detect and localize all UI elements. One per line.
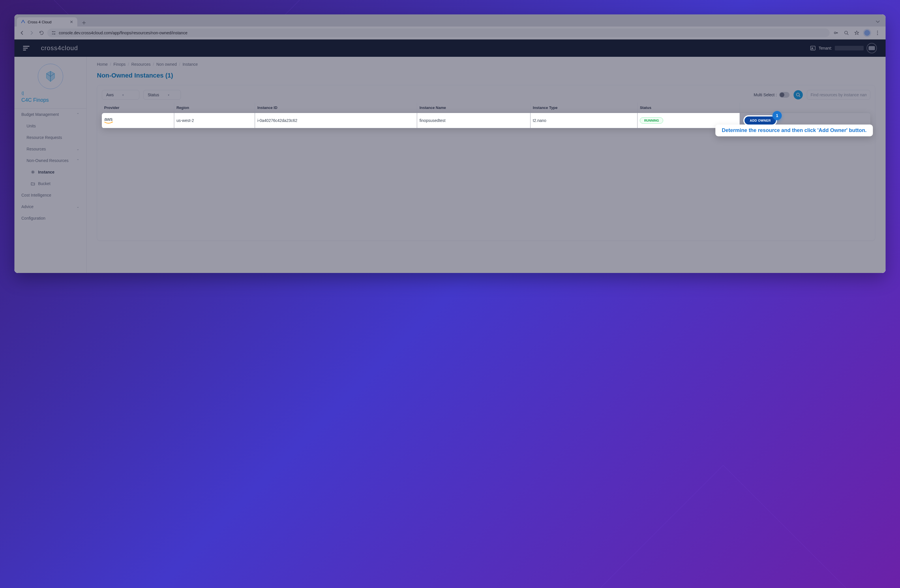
menu-toggle-icon[interactable]: [23, 46, 29, 50]
gear-icon: [31, 170, 35, 174]
svg-point-9: [877, 32, 878, 33]
search-icon: [796, 93, 801, 97]
aws-logo-icon: aws: [104, 117, 113, 124]
filter-select-value: Aws: [106, 93, 114, 97]
app-header: cross4cloud Tenant:: [14, 39, 886, 57]
filter-status-select[interactable]: Status ▾: [143, 90, 181, 100]
chevron-down-icon: ⌄: [76, 147, 79, 151]
table-header: Region: [174, 103, 255, 113]
svg-rect-11: [23, 46, 29, 47]
svg-point-7: [845, 31, 847, 34]
cell-instance-id: i-0a40276c42da23c62: [255, 113, 417, 128]
sidebar-item-advice[interactable]: Advice ⌄: [14, 201, 86, 212]
panel-toolbar: Aws ▾ Status ▾ Multi Select :: [102, 90, 870, 100]
svg-point-10: [877, 34, 878, 35]
svg-rect-1: [54, 31, 55, 32]
filter-provider-select[interactable]: Aws ▾: [102, 90, 139, 100]
forward-button[interactable]: [28, 29, 36, 37]
step-badge: 1: [773, 111, 782, 120]
svg-point-6: [834, 32, 836, 34]
search-input[interactable]: [807, 90, 870, 100]
star-icon[interactable]: [852, 28, 861, 37]
brand-logo: cross4cloud: [41, 44, 78, 52]
multi-select-label: Multi Select :: [754, 93, 777, 97]
svg-rect-13: [23, 50, 26, 50]
cell-instance-name: finopsusedtest: [417, 113, 531, 128]
svg-point-16: [32, 172, 33, 173]
favicon-icon: [21, 20, 25, 24]
cell-provider: aws: [102, 113, 174, 128]
reload-button[interactable]: [37, 29, 46, 37]
table-header: Status: [638, 103, 740, 113]
zoom-icon[interactable]: [842, 28, 851, 37]
svg-point-8: [877, 31, 878, 31]
tenant-label: Tenant:: [819, 46, 832, 50]
sidebar-item-label: Resources: [26, 147, 46, 151]
chevron-down-icon: ▾: [168, 93, 169, 97]
chrome-toolbar: console.dev.cross4cloud.com/app/finops/r…: [14, 26, 886, 39]
sidebar-item-label: Non-Owned Resources: [26, 158, 69, 163]
sidebar-item-label: Resource Requests: [26, 135, 62, 140]
sidebar-item-label: Advice: [21, 204, 33, 209]
tab-title: Cross 4 Cloud: [28, 20, 51, 24]
sidebar-collapse-button[interactable]: ⟨|: [14, 91, 86, 95]
breadcrumb: Home/ Finops/ Resources/ Non owned/ Inst…: [97, 62, 875, 67]
chevron-down-icon: ⌄: [76, 205, 79, 209]
site-settings-icon[interactable]: [51, 31, 56, 35]
content-area: Home/ Finops/ Resources/ Non owned/ Inst…: [87, 57, 886, 273]
browser-tab[interactable]: Cross 4 Cloud ✕: [17, 17, 77, 26]
chevron-up-icon: ⌃: [76, 112, 79, 116]
multi-select-control: Multi Select :: [754, 92, 790, 98]
sidebar-item-label: Units: [26, 124, 36, 128]
sidebar-item-label: Instance: [38, 170, 54, 174]
more-icon[interactable]: [873, 28, 882, 37]
url-text: console.dev.cross4cloud.com/app/finops/r…: [59, 31, 188, 35]
profile-button[interactable]: [863, 28, 872, 37]
multi-select-toggle[interactable]: [779, 92, 790, 98]
add-owner-button[interactable]: ADD OWNER: [745, 116, 776, 125]
user-avatar[interactable]: [867, 43, 877, 53]
cell-region: us-west-2: [174, 113, 255, 128]
sidebar-item-cost-intelligence[interactable]: Cost Intelligence: [14, 189, 86, 201]
breadcrumb-item[interactable]: Home: [97, 62, 108, 67]
breadcrumb-item[interactable]: Non owned: [156, 62, 177, 67]
table-header: Instance ID: [255, 103, 417, 113]
page-title: Non-Owned Instances (1): [97, 72, 875, 79]
cell-instance-type: t2.nano: [531, 113, 638, 128]
sidebar-item-label: Bucket: [38, 181, 50, 186]
chevron-down-icon: ▾: [122, 93, 124, 97]
folder-icon: [31, 181, 35, 186]
breadcrumb-item: Instance: [183, 62, 198, 67]
search-button[interactable]: [794, 90, 803, 99]
tenant-value-placeholder: [835, 46, 864, 50]
sidebar-item-bucket[interactable]: Bucket: [14, 178, 86, 189]
sidebar-item-units[interactable]: Units: [14, 120, 86, 132]
url-bar[interactable]: console.dev.cross4cloud.com/app/finops/r…: [47, 29, 830, 37]
svg-rect-12: [23, 48, 28, 49]
sidebar-item-resources[interactable]: Resources ⌄: [14, 143, 86, 155]
breadcrumb-item[interactable]: Finops: [113, 62, 126, 67]
svg-point-4: [53, 31, 54, 32]
instances-panel: Aws ▾ Status ▾ Multi Select :: [97, 85, 875, 241]
breadcrumb-item[interactable]: Resources: [131, 62, 151, 67]
sidebar-item-non-owned-resources[interactable]: Non-Owned Resources ⌃: [14, 155, 86, 166]
sidebar-item-label: Configuration: [21, 216, 45, 221]
table-header: Provider: [102, 103, 174, 113]
sidebar-item-budget-management[interactable]: Budget Management ⌃: [14, 109, 86, 120]
new-tab-button[interactable]: [80, 19, 88, 26]
sidebar-item-resource-requests[interactable]: Resource Requests: [14, 132, 86, 143]
sidebar-item-instance[interactable]: Instance: [14, 166, 86, 178]
key-icon[interactable]: [831, 28, 841, 37]
chrome-tabbar: Cross 4 Cloud ✕: [14, 14, 886, 26]
svg-point-17: [796, 93, 799, 96]
module-avatar-icon: [38, 64, 63, 89]
sidebar-item-configuration[interactable]: Configuration: [14, 212, 86, 224]
chevron-up-icon: ⌃: [76, 159, 79, 162]
sidebar-item-label: Cost Intelligence: [21, 193, 51, 197]
instruction-callout: Determine the resource and then click 'A…: [715, 125, 873, 136]
filter-select-value: Status: [148, 93, 159, 97]
close-icon[interactable]: ✕: [70, 20, 73, 24]
sidebar: ⟨| C4C Finops Budget Management ⌃ Units …: [14, 57, 87, 273]
tabs-dropdown-icon[interactable]: [872, 19, 883, 25]
back-button[interactable]: [18, 29, 26, 37]
